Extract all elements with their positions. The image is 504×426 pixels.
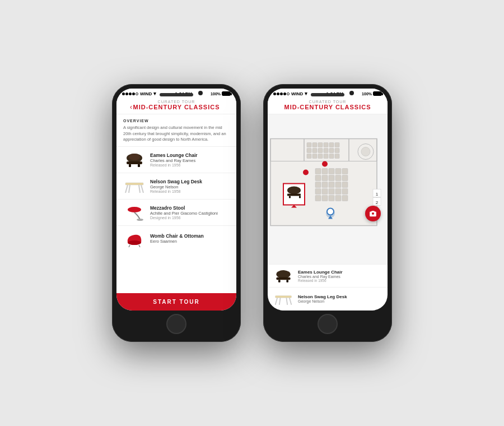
item-maker-2: George Nelson	[150, 184, 230, 189]
svg-point-11	[137, 219, 143, 221]
svg-rect-31	[307, 154, 311, 159]
svg-rect-69	[289, 196, 291, 198]
svg-rect-55	[335, 189, 341, 195]
svg-rect-44	[329, 175, 334, 181]
phone-2-screen: WIND ▾ 1:24 PM 100% CURATED TOUR MID-CEN…	[268, 89, 388, 311]
svg-line-84	[276, 298, 278, 305]
svg-rect-59	[329, 196, 334, 201]
phone-2: WIND ▾ 1:24 PM 100% CURATED TOUR MID-CEN…	[263, 84, 392, 342]
start-tour-button[interactable]: START TOUR	[116, 293, 236, 311]
battery-icon	[222, 91, 231, 96]
svg-line-8	[129, 185, 130, 193]
phone2-content: 1 2	[268, 114, 388, 311]
list-item[interactable]: Eames Lounge Chair Charles and Ray Eames…	[268, 265, 388, 288]
nelson-desk-icon	[123, 178, 146, 194]
home-button-2[interactable]	[318, 314, 338, 334]
item-image-4	[123, 229, 146, 248]
home-button-1[interactable]	[166, 314, 186, 334]
header-row-1: ‹ MID-CENTURY CLASSICS	[121, 104, 232, 110]
svg-rect-57	[315, 196, 321, 201]
svg-rect-46	[342, 175, 348, 181]
svg-point-73	[327, 209, 334, 215]
phone-camera	[198, 91, 203, 95]
bottom-item-image-2	[273, 290, 293, 307]
svg-point-65	[303, 170, 309, 175]
signal-dots-2	[273, 92, 290, 95]
status-right: 100%	[211, 91, 231, 96]
dot-3	[280, 92, 283, 95]
item-info-4: Womb Chair & Ottoman Eero Saarinen	[150, 233, 230, 244]
svg-rect-36	[335, 154, 339, 159]
status-left: WIND ▾	[122, 91, 156, 96]
list-item[interactable]: Nelson Swag Leg Desk George Nelson Relea…	[116, 173, 236, 199]
floor-plan-svg: 1 2	[268, 114, 388, 264]
svg-rect-22	[324, 143, 328, 147]
bottom-item-maker-2: George Nelson	[298, 299, 382, 303]
item-info-2: Nelson Swag Leg Desk George Nelson Relea…	[150, 179, 230, 193]
item-name-1: Eames Lounge Chair	[150, 152, 230, 158]
svg-text:1: 1	[376, 192, 379, 197]
list-item[interactable]: Nelson Swag Leg Desk George Nelson	[268, 288, 388, 311]
dot-1	[122, 92, 125, 95]
list-item[interactable]: Womb Chair & Ottoman Eero Saarinen	[116, 225, 236, 252]
svg-rect-50	[335, 182, 341, 188]
svg-line-87	[286, 298, 287, 305]
svg-rect-33	[318, 154, 323, 159]
svg-rect-26	[312, 149, 317, 153]
svg-rect-42	[315, 175, 321, 181]
carrier-name-2: WIND	[291, 91, 303, 96]
overview-text: A significant design and cultural moveme…	[123, 125, 230, 143]
curated-label-2: CURATED TOUR	[272, 100, 383, 104]
svg-rect-56	[342, 189, 348, 195]
bottom-items-list: Eames Lounge Chair Charles and Ray Eames…	[268, 264, 388, 311]
phone-2-speaker	[311, 93, 344, 96]
bottom-item-info-2: Nelson Swag Leg Desk George Nelson	[298, 294, 382, 303]
svg-rect-27	[318, 149, 323, 153]
battery-icon-2	[373, 91, 382, 96]
list-item[interactable]: Eames Lounge Chair Charles and Ray Eames…	[116, 146, 236, 173]
svg-point-67	[287, 187, 301, 195]
item-info-3: Mezzadro Stool Achille and Pier Giacomo …	[150, 205, 230, 220]
bottom-item-name-2: Nelson Swag Leg Desk	[298, 294, 382, 299]
svg-rect-2	[129, 164, 131, 167]
app-header-1: CURATED TOUR ‹ MID-CENTURY CLASSICS	[116, 98, 236, 114]
svg-point-12	[128, 240, 141, 245]
dot-3	[129, 92, 132, 95]
svg-rect-40	[335, 169, 341, 174]
svg-rect-43	[322, 175, 328, 181]
svg-rect-3	[138, 164, 140, 167]
camera-fab-button[interactable]	[365, 206, 381, 221]
svg-rect-54	[329, 189, 334, 195]
eames-chair-small-icon	[273, 268, 293, 284]
item-name-2: Nelson Swag Leg Desk	[150, 179, 230, 184]
svg-point-10	[128, 207, 141, 212]
bottom-item-image-1	[273, 267, 293, 284]
svg-point-4	[129, 154, 140, 160]
map-area[interactable]: 1 2	[268, 114, 388, 264]
battery-percent-2: 100%	[362, 92, 372, 96]
svg-rect-41	[342, 169, 348, 174]
item-image-1	[123, 150, 146, 169]
svg-rect-21	[318, 143, 323, 147]
svg-line-85	[290, 298, 292, 305]
svg-rect-81	[278, 280, 281, 283]
item-maker-4: Eero Saarinen	[150, 239, 230, 244]
svg-point-63	[361, 147, 370, 156]
back-button[interactable]: ‹	[130, 103, 132, 111]
svg-rect-37	[315, 169, 321, 174]
svg-rect-20	[312, 143, 317, 147]
svg-rect-82	[286, 280, 288, 283]
svg-rect-23	[329, 143, 334, 147]
svg-line-9	[139, 185, 140, 193]
phone-2-camera	[349, 91, 354, 95]
overview-label: OVERVIEW	[123, 119, 230, 123]
svg-rect-5	[125, 183, 143, 185]
svg-rect-61	[342, 196, 348, 201]
list-item[interactable]: Mezzadro Stool Achille and Pier Giacomo …	[116, 199, 236, 225]
phone-1: WIND ▾ 1:24 PM 100% CURATED TOUR ‹ MID-C…	[112, 84, 241, 342]
item-image-3	[123, 203, 146, 222]
carrier-name: WIND	[140, 91, 152, 96]
phone-1-screen: WIND ▾ 1:24 PM 100% CURATED TOUR ‹ MID-C…	[116, 89, 236, 311]
svg-rect-45	[335, 175, 341, 181]
svg-rect-53	[322, 189, 328, 195]
